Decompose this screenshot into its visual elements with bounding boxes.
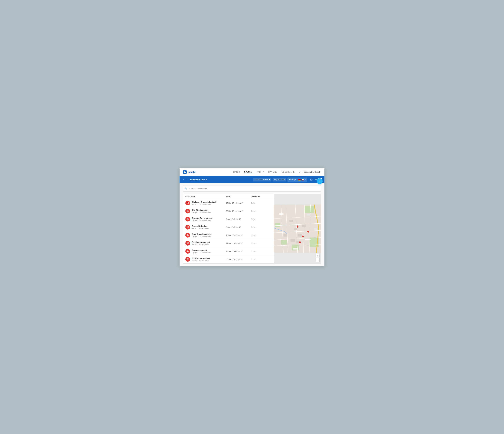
event-sub: Stadium · 18,020 attendees <box>192 204 226 205</box>
declined-events-dropdown[interactable]: Declined events ▾ <box>253 178 271 181</box>
any-venue-dropdown[interactable]: Any venue ▾ <box>273 178 286 181</box>
svg-point-12 <box>188 203 188 203</box>
nav-rates[interactable]: RATES <box>233 170 240 174</box>
event-distance: 1.2km <box>251 250 264 252</box>
table-row[interactable]: Brussel Criterium Stadium · 820 attendee… <box>183 223 274 231</box>
col-header-distance[interactable]: Distance ▾ <box>252 196 264 197</box>
event-name: Football tournament <box>192 257 226 260</box>
holidays-dropdown[interactable]: Holidays : 🇩🇪 🇺🇸 ▾ <box>288 178 307 182</box>
svg-rect-41 <box>298 234 302 236</box>
event-date: 3 Jan 17 - 3 Jan 17 <box>226 218 251 220</box>
blue-toolbar: ‹ › November 2017 ▾ Declined events ▾ An… <box>180 176 324 183</box>
svg-rect-24 <box>305 206 314 213</box>
event-type-icon <box>185 201 190 205</box>
prev-month-button[interactable]: ‹ <box>182 178 185 181</box>
event-name: Arian Grande concert <box>192 233 226 235</box>
holidays-arrow-icon: ▾ <box>305 179 306 181</box>
col-header-event[interactable]: Event name ▾ <box>185 196 226 197</box>
declined-label: Declined events <box>255 179 268 181</box>
date-arrow-icon: ▾ <box>206 179 207 181</box>
map-svg <box>274 194 321 263</box>
svg-rect-28 <box>275 223 280 227</box>
event-type-icon <box>185 217 190 221</box>
nav-benchmark[interactable]: BENCHMARK <box>282 170 295 174</box>
calendar-view-button[interactable] <box>310 178 313 182</box>
table-row[interactable]: Chelsea - Brussels football Stadium · 18… <box>183 199 274 207</box>
event-distance: 1.2km <box>251 258 264 260</box>
map-container[interactable]: + − <box>274 194 321 263</box>
event-type-icon <box>185 249 190 254</box>
flag-us-icon: 🇺🇸 <box>301 178 304 181</box>
event-type-icon <box>185 225 190 229</box>
svg-point-22 <box>188 259 188 260</box>
svg-rect-43 <box>284 234 287 236</box>
svg-rect-1 <box>184 172 186 173</box>
table-row[interactable]: Suzanne Boyle concert Olympia · 15,000 a… <box>183 215 274 223</box>
hotel-name: Radisson Blu Bristol <box>303 171 320 173</box>
logo-area: Insight <box>183 170 196 174</box>
event-name: Suzanne Boyle concert <box>192 217 226 219</box>
declined-arrow-icon: ▾ <box>269 179 270 181</box>
two-col-layout: Event name ▾ Date ▾ Distance ▾ Chel <box>183 194 321 263</box>
event-name: Brussel Criterium <box>192 225 226 227</box>
date-label: November 2017 <box>190 179 205 181</box>
event-name: Dire Strait concert <box>192 209 226 211</box>
svg-point-0 <box>184 171 185 172</box>
svg-rect-39 <box>289 220 293 222</box>
add-event-button[interactable]: + <box>317 178 323 184</box>
hotel-arrow: ▾ <box>320 171 321 173</box>
map-controls: + − <box>316 254 320 262</box>
gear-icon[interactable]: ⚙ <box>298 171 301 173</box>
event-sub: Olympia · 15,000 attendees <box>192 252 226 253</box>
svg-rect-57 <box>307 214 310 216</box>
main-content: 🔍 + Event name ▾ Date ▾ <box>180 183 324 266</box>
event-date: 20 Nov 17 - 20 Nov 17 <box>226 210 251 212</box>
event-date: 11 Jan 17 - 11 Jan 17 <box>226 242 251 244</box>
date-selector[interactable]: November 2017 ▾ <box>190 179 207 181</box>
nav-parity[interactable]: PARITY <box>257 170 264 174</box>
hotel-selector[interactable]: Radisson Blu Bristol ▾ <box>303 171 321 173</box>
event-date: 5 Jan 17 - 5 Jan 17 <box>226 226 251 228</box>
event-distance: 1.2km <box>251 202 264 204</box>
svg-point-16 <box>188 227 188 227</box>
event-distance: 1.2km <box>251 234 264 236</box>
map-col: + − <box>274 194 321 263</box>
event-name: Fencing tournament <box>192 241 226 243</box>
event-type-icon <box>185 209 190 213</box>
table-row[interactable]: Dire Strait concert Olympia · 15,000 att… <box>183 207 274 215</box>
flag-de-icon: 🇩🇪 <box>298 178 301 181</box>
table-row[interactable]: Beyonce concert Olympia · 15,000 attende… <box>183 247 274 255</box>
event-sub: Stadium · 820 attendees <box>192 244 226 245</box>
col-header-date[interactable]: Date ▾ <box>226 196 252 197</box>
sort-event-icon: ▾ <box>196 196 196 197</box>
table-header: Event name ▾ Date ▾ Distance ▾ <box>183 194 274 199</box>
search-input[interactable] <box>189 188 319 190</box>
venue-arrow-icon: ▾ <box>284 179 285 181</box>
table-row[interactable]: Arian Grande concert Olympia · 15,000 at… <box>183 231 274 239</box>
svg-rect-54 <box>279 213 284 215</box>
svg-rect-56 <box>293 248 298 250</box>
svg-rect-58 <box>314 228 317 230</box>
nav-right: ⚙ Radisson Blu Bristol ▾ <box>298 171 321 173</box>
top-nav: Insight RATES EVENTS PARITY RANKING BENC… <box>180 168 324 176</box>
table-row[interactable]: Fencing tournament Stadium · 820 attende… <box>183 239 274 247</box>
table-row[interactable]: Football tournament Stadium · 820 attend… <box>183 255 274 263</box>
event-type-icon <box>185 233 190 238</box>
events-rows: Chelsea - Brussels football Stadium · 18… <box>183 199 274 263</box>
nav-ranking[interactable]: RANKING <box>268 170 277 174</box>
event-date: 30 Jan 17 - 30 Jan 17 <box>226 258 251 260</box>
zoom-out-button[interactable]: − <box>316 258 320 262</box>
zoom-in-button[interactable]: + <box>316 254 320 258</box>
nav-events[interactable]: EVENTS <box>244 170 252 174</box>
events-list: Event name ▾ Date ▾ Distance ▾ Chel <box>183 194 274 263</box>
holidays-label: Holidays : <box>289 179 297 181</box>
svg-rect-2 <box>310 179 312 180</box>
event-distance: 1.2km <box>251 226 264 228</box>
event-distance: 1.2km <box>251 210 264 212</box>
event-date: 10 Jan 17 - 10 Jan 17 <box>226 234 251 236</box>
next-month-button[interactable]: › <box>186 178 189 181</box>
svg-rect-26 <box>281 240 287 245</box>
logo-text: Insight <box>188 171 196 173</box>
sort-dist-icon: ▾ <box>259 196 260 197</box>
add-icon: + <box>319 180 321 183</box>
